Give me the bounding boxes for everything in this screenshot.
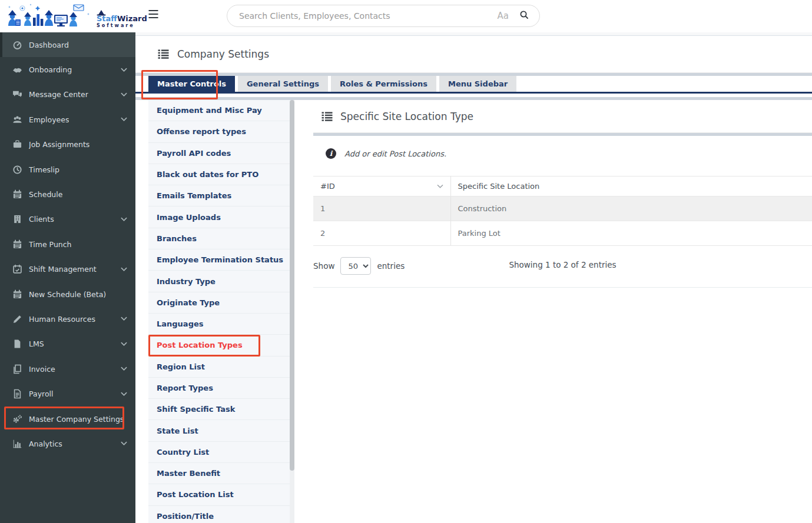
- cell-id: 1: [313, 196, 450, 221]
- sidebar-item-shift-management[interactable]: Shift Management: [0, 257, 135, 282]
- handshake-icon: [12, 65, 22, 75]
- chevron-down-icon: [121, 117, 127, 122]
- settings-item-branches[interactable]: Branches: [148, 228, 290, 249]
- comments-icon: [12, 89, 22, 99]
- settings-item-post-location-list[interactable]: Post Location List: [148, 484, 290, 505]
- settings-item-region-list[interactable]: Region List: [148, 357, 290, 378]
- settings-item-shift-specific-task[interactable]: Shift Specific Task: [148, 399, 290, 420]
- sidebar-item-label: Onboarding: [29, 65, 72, 74]
- sidebar-item-label: Invoice: [29, 365, 55, 374]
- settings-item-employee-termination-status[interactable]: Employee Termination Status: [148, 249, 290, 271]
- table-header-row: #ID Specific Site Location: [313, 176, 812, 196]
- sidebar-item-label: Human Resources: [29, 315, 95, 324]
- sidebar-item-timeslip[interactable]: Timeslip: [0, 157, 135, 182]
- sidebar-item-time-punch[interactable]: Time Punch: [0, 232, 135, 256]
- table-row[interactable]: 2 Parking Lot: [313, 221, 812, 246]
- sidebar-item-invoice[interactable]: Invoice: [0, 357, 135, 381]
- settings-item-emails-templates[interactable]: Emails Templates: [148, 185, 290, 206]
- page-title: Company Settings: [177, 48, 269, 60]
- sidebar-item-label: LMS: [29, 339, 44, 348]
- sidebar-item-job-assignments[interactable]: Job Assignments: [0, 132, 135, 157]
- settings-item-black-out-dates-for-pto[interactable]: Black out dates for PTO: [148, 164, 290, 185]
- info-text: Add or edit Post Locations.: [344, 149, 446, 158]
- chevron-down-icon: [121, 317, 127, 321]
- topbar: StaffWizard Software Aa: [0, 0, 812, 32]
- global-search: Aa: [227, 5, 540, 27]
- settings-item-state-list[interactable]: State List: [148, 420, 290, 441]
- cell-location: Parking Lot: [450, 221, 812, 246]
- sidebar-item-label: Dashboard: [29, 41, 69, 49]
- tab-roles-permissions[interactable]: Roles & Permissions: [331, 76, 436, 92]
- sidebar-item-master-company-settings[interactable]: Master Company Settings: [0, 407, 135, 431]
- settings-item-languages[interactable]: Languages: [148, 314, 290, 335]
- brand-text: StaffWizard Software: [97, 2, 147, 28]
- panel-title: Specific Site Location Type: [340, 111, 473, 122]
- dashboard-icon: [12, 40, 22, 50]
- sidebar-item-schedule[interactable]: Schedule: [0, 182, 135, 206]
- settings-item-offense-report-types[interactable]: Offense report types: [148, 121, 290, 142]
- list-scrollbar-thumb[interactable]: [290, 100, 294, 471]
- list-icon: [158, 49, 169, 59]
- settings-item-image-uploads[interactable]: Image Uploads: [148, 206, 290, 228]
- tab-menu-sidebar[interactable]: Menu Sidebar: [439, 76, 516, 92]
- sidebar-item-lms[interactable]: LMS: [0, 332, 135, 357]
- settings-category-list: Equipment and Misc Pay Offense report ty…: [148, 100, 294, 523]
- settings-item-country-list[interactable]: Country List: [148, 442, 290, 463]
- sidebar-item-onboarding[interactable]: Onboarding: [0, 57, 135, 82]
- column-header-location[interactable]: Specific Site Location: [450, 176, 812, 196]
- sidebar-item-message-center[interactable]: Message Center: [0, 82, 135, 107]
- cell-id: 2: [313, 221, 450, 246]
- list-scrollbar-track[interactable]: [290, 100, 294, 523]
- menu-toggle-icon[interactable]: [148, 9, 158, 18]
- copy-icon: [12, 364, 22, 374]
- settings-item-industry-type[interactable]: Industry Type: [148, 271, 290, 292]
- sidebar-item-label: New Schedule (Beta): [29, 290, 106, 299]
- brand-name: StaffWizard: [97, 15, 147, 22]
- table-row[interactable]: 1 Construction: [313, 196, 812, 221]
- file-icon: [12, 339, 22, 349]
- search-input[interactable]: [239, 11, 498, 21]
- case-sensitivity-toggle[interactable]: Aa: [498, 11, 509, 21]
- entries-label: entries: [377, 261, 405, 271]
- chevron-down-icon: [121, 392, 127, 397]
- sort-chevron-icon: [437, 184, 443, 189]
- sidebar-item-label: Analytics: [29, 439, 62, 448]
- sidebar-item-label: Payroll: [29, 389, 54, 398]
- panel-header: Specific Site Location Type: [313, 100, 812, 133]
- detail-panel: Specific Site Location Type i Add or edi…: [313, 100, 812, 523]
- staffwizard-logo[interactable]: StaffWizard Software: [5, 1, 147, 29]
- column-header-label: #ID: [320, 182, 335, 191]
- sidebar-item-human-resources[interactable]: Human Resources: [0, 307, 135, 331]
- search-icon[interactable]: [519, 10, 529, 22]
- settings-item-report-types[interactable]: Report Types: [148, 378, 290, 399]
- sidebar-item-label: Master Company Settings: [29, 415, 124, 424]
- settings-item-master-benefit[interactable]: Master Benefit: [148, 463, 290, 484]
- settings-item-payroll-api-codes[interactable]: Payroll API codes: [148, 143, 290, 164]
- settings-item-position-title[interactable]: Position/Title: [148, 506, 290, 523]
- calendar-icon: [12, 289, 22, 299]
- chevron-down-icon: [121, 68, 127, 72]
- settings-item-equipment-and-misc-pay[interactable]: Equipment and Misc Pay: [148, 100, 290, 121]
- chevron-down-icon: [121, 441, 127, 446]
- sidebar-item-new-schedule-beta[interactable]: New Schedule (Beta): [0, 282, 135, 307]
- briefcase-icon: [12, 139, 22, 149]
- file-text-icon: [12, 389, 22, 399]
- sidebar-item-employees[interactable]: Employees: [0, 107, 135, 132]
- page-size-select[interactable]: 50: [340, 257, 371, 275]
- settings-item-originate-type[interactable]: Originate Type: [148, 292, 290, 314]
- sidebar-item-analytics[interactable]: Analytics: [0, 431, 135, 456]
- settings-item-post-location-types[interactable]: Post Location Types: [148, 335, 290, 356]
- sidebar-item-payroll[interactable]: Payroll: [0, 381, 135, 406]
- sidebar-item-label: Employees: [29, 115, 69, 124]
- calendar-check-icon: [12, 264, 22, 274]
- tab-general-settings[interactable]: General Settings: [238, 76, 328, 92]
- logo-illustration: [5, 1, 93, 29]
- column-header-id[interactable]: #ID: [313, 176, 450, 196]
- sidebar-item-clients[interactable]: Clients: [0, 207, 135, 232]
- list-icon: [322, 112, 333, 121]
- show-label: Show: [313, 261, 334, 271]
- tab-master-controls[interactable]: Master Controls: [148, 76, 235, 92]
- sidebar-item-dashboard[interactable]: Dashboard: [0, 32, 135, 57]
- tabs: Master Controls General Settings Roles &…: [135, 76, 812, 94]
- chevron-down-icon: [121, 92, 127, 97]
